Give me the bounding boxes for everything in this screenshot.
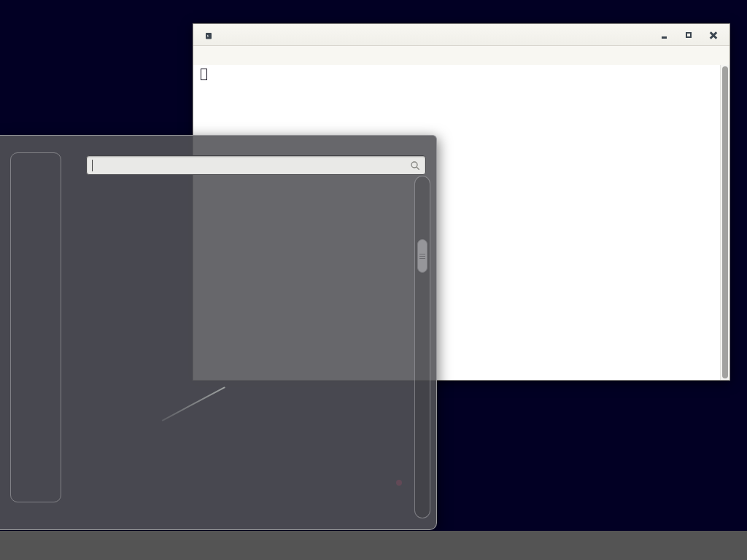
terminal-menubar [193,46,729,65]
desktop [0,0,747,560]
application-list-scrollbar[interactable] [414,176,430,518]
minimize-button[interactable] [657,28,671,42]
minimize-icon [662,36,667,39]
terminal-titlebar[interactable] [193,24,729,46]
search-icon [409,160,421,171]
application-list-scrollbar-thumb[interactable] [417,239,427,273]
search-input[interactable] [93,158,399,173]
taskbar [0,531,747,560]
scrollbar-grip [419,256,425,257]
shell-prompt [196,68,728,81]
application-menu [0,135,437,530]
close-icon [710,31,717,39]
maximize-button[interactable] [681,28,696,42]
text-caret [92,160,93,171]
terminal-window-icon [204,30,213,40]
close-button[interactable] [706,28,721,42]
favorites-rail [10,152,61,502]
application-list [208,176,412,527]
terminal-cursor [201,69,207,80]
terminal-scrollbar[interactable] [720,65,729,380]
maximize-icon [686,32,692,38]
terminal-scrollbar-thumb[interactable] [722,66,728,378]
search-box[interactable] [86,155,426,175]
